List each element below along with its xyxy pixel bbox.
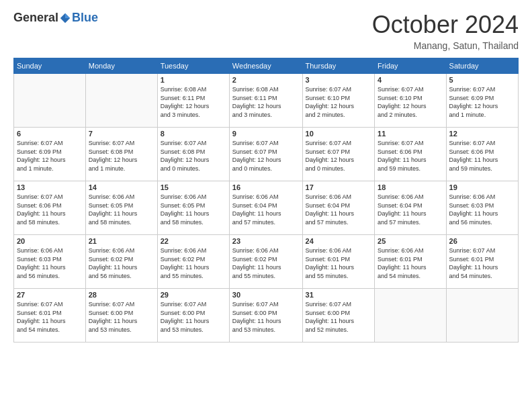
table-row: 5Sunrise: 6:07 AM Sunset: 6:09 PM Daylig… <box>446 74 518 128</box>
day-number: 7 <box>89 130 154 138</box>
table-row <box>85 74 157 128</box>
logo-icon <box>59 12 71 24</box>
day-number: 30 <box>232 291 300 299</box>
day-info: Sunrise: 6:07 AM Sunset: 6:10 PM Dayligh… <box>306 85 372 119</box>
day-info: Sunrise: 6:07 AM Sunset: 6:00 PM Dayligh… <box>232 300 300 334</box>
day-info: Sunrise: 6:06 AM Sunset: 6:05 PM Dayligh… <box>89 193 154 226</box>
page: General Blue October 2024 Manang, Satun,… <box>0 0 532 411</box>
table-row: 25Sunrise: 6:06 AM Sunset: 6:01 PM Dayli… <box>375 235 447 289</box>
table-row: 17Sunrise: 6:06 AM Sunset: 6:04 PM Dayli… <box>302 181 375 235</box>
table-row: 22Sunrise: 6:06 AM Sunset: 6:02 PM Dayli… <box>157 235 229 289</box>
day-info: Sunrise: 6:07 AM Sunset: 6:00 PM Dayligh… <box>161 300 226 334</box>
day-info: Sunrise: 6:06 AM Sunset: 6:03 PM Dayligh… <box>17 246 83 280</box>
day-info: Sunrise: 6:06 AM Sunset: 6:05 PM Dayligh… <box>161 193 226 226</box>
table-row: 13Sunrise: 6:07 AM Sunset: 6:06 PM Dayli… <box>14 181 86 235</box>
header: General Blue October 2024 Manang, Satun,… <box>13 11 519 51</box>
table-row: 7Sunrise: 6:07 AM Sunset: 6:08 PM Daylig… <box>85 128 157 181</box>
table-row: 24Sunrise: 6:06 AM Sunset: 6:01 PM Dayli… <box>302 235 375 289</box>
table-row: 3Sunrise: 6:07 AM Sunset: 6:10 PM Daylig… <box>302 74 375 128</box>
day-number: 4 <box>378 76 443 84</box>
day-number: 5 <box>449 76 515 84</box>
table-row: 4Sunrise: 6:07 AM Sunset: 6:10 PM Daylig… <box>375 74 447 128</box>
logo-general: General <box>13 11 58 25</box>
day-number: 18 <box>378 183 443 191</box>
day-number: 6 <box>17 130 83 138</box>
logo-blue: Blue <box>72 11 98 25</box>
day-info: Sunrise: 6:08 AM Sunset: 6:11 PM Dayligh… <box>232 85 300 119</box>
day-info: Sunrise: 6:07 AM Sunset: 6:08 PM Dayligh… <box>89 139 154 173</box>
day-number: 16 <box>232 183 300 191</box>
day-number: 9 <box>232 130 300 138</box>
table-row: 23Sunrise: 6:06 AM Sunset: 6:02 PM Dayli… <box>229 235 302 289</box>
day-info: Sunrise: 6:06 AM Sunset: 6:02 PM Dayligh… <box>161 246 226 280</box>
day-info: Sunrise: 6:07 AM Sunset: 6:07 PM Dayligh… <box>306 139 372 173</box>
table-row: 19Sunrise: 6:06 AM Sunset: 6:03 PM Dayli… <box>446 181 518 235</box>
day-info: Sunrise: 6:07 AM Sunset: 6:00 PM Dayligh… <box>306 300 372 334</box>
day-info: Sunrise: 6:06 AM Sunset: 6:03 PM Dayligh… <box>449 193 515 226</box>
day-info: Sunrise: 6:06 AM Sunset: 6:02 PM Dayligh… <box>89 246 154 280</box>
day-number: 31 <box>306 291 372 299</box>
day-number: 26 <box>449 237 515 245</box>
day-info: Sunrise: 6:07 AM Sunset: 6:09 PM Dayligh… <box>17 139 83 173</box>
day-number: 21 <box>89 237 154 245</box>
table-row: 1Sunrise: 6:08 AM Sunset: 6:11 PM Daylig… <box>157 74 229 128</box>
calendar-table: Sunday Monday Tuesday Wednesday Thursday… <box>13 58 519 342</box>
day-info: Sunrise: 6:07 AM Sunset: 6:06 PM Dayligh… <box>449 139 515 173</box>
table-row: 9Sunrise: 6:07 AM Sunset: 6:07 PM Daylig… <box>229 128 302 181</box>
day-number: 8 <box>161 130 226 138</box>
day-info: Sunrise: 6:07 AM Sunset: 6:00 PM Dayligh… <box>89 300 154 334</box>
table-row <box>14 74 86 128</box>
table-row: 28Sunrise: 6:07 AM Sunset: 6:00 PM Dayli… <box>85 289 157 342</box>
day-number: 13 <box>17 183 83 191</box>
day-number: 24 <box>306 237 372 245</box>
day-number: 14 <box>89 183 154 191</box>
table-row: 10Sunrise: 6:07 AM Sunset: 6:07 PM Dayli… <box>302 128 375 181</box>
day-info: Sunrise: 6:07 AM Sunset: 6:06 PM Dayligh… <box>378 139 443 173</box>
day-number: 27 <box>17 291 83 299</box>
day-info: Sunrise: 6:06 AM Sunset: 6:04 PM Dayligh… <box>306 193 372 226</box>
day-info: Sunrise: 6:07 AM Sunset: 6:07 PM Dayligh… <box>232 139 300 173</box>
table-row <box>446 289 518 342</box>
table-row: 15Sunrise: 6:06 AM Sunset: 6:05 PM Dayli… <box>157 181 229 235</box>
day-number: 11 <box>378 130 443 138</box>
header-friday: Friday <box>375 58 447 74</box>
day-info: Sunrise: 6:06 AM Sunset: 6:01 PM Dayligh… <box>306 246 372 280</box>
month-title: October 2024 <box>372 11 519 39</box>
day-info: Sunrise: 6:06 AM Sunset: 6:04 PM Dayligh… <box>232 193 300 226</box>
day-number: 3 <box>306 76 372 84</box>
day-info: Sunrise: 6:06 AM Sunset: 6:01 PM Dayligh… <box>378 246 443 280</box>
table-row: 27Sunrise: 6:07 AM Sunset: 6:01 PM Dayli… <box>14 289 86 342</box>
title-block: October 2024 Manang, Satun, Thailand <box>372 11 519 51</box>
day-info: Sunrise: 6:07 AM Sunset: 6:01 PM Dayligh… <box>449 246 515 280</box>
table-row: 8Sunrise: 6:07 AM Sunset: 6:08 PM Daylig… <box>157 128 229 181</box>
table-row: 2Sunrise: 6:08 AM Sunset: 6:11 PM Daylig… <box>229 74 302 128</box>
day-info: Sunrise: 6:07 AM Sunset: 6:10 PM Dayligh… <box>378 85 443 119</box>
table-row: 31Sunrise: 6:07 AM Sunset: 6:00 PM Dayli… <box>302 289 375 342</box>
day-number: 15 <box>161 183 226 191</box>
day-number: 19 <box>449 183 515 191</box>
table-row: 12Sunrise: 6:07 AM Sunset: 6:06 PM Dayli… <box>446 128 518 181</box>
day-number: 20 <box>17 237 83 245</box>
day-info: Sunrise: 6:07 AM Sunset: 6:01 PM Dayligh… <box>17 300 83 334</box>
weekday-header-row: Sunday Monday Tuesday Wednesday Thursday… <box>14 58 519 74</box>
day-number: 10 <box>306 130 372 138</box>
table-row: 21Sunrise: 6:06 AM Sunset: 6:02 PM Dayli… <box>85 235 157 289</box>
table-row: 16Sunrise: 6:06 AM Sunset: 6:04 PM Dayli… <box>229 181 302 235</box>
day-number: 28 <box>89 291 154 299</box>
day-info: Sunrise: 6:07 AM Sunset: 6:06 PM Dayligh… <box>17 193 83 226</box>
table-row: 18Sunrise: 6:06 AM Sunset: 6:04 PM Dayli… <box>375 181 447 235</box>
header-monday: Monday <box>85 58 157 74</box>
day-number: 25 <box>378 237 443 245</box>
table-row: 30Sunrise: 6:07 AM Sunset: 6:00 PM Dayli… <box>229 289 302 342</box>
header-thursday: Thursday <box>302 58 375 74</box>
day-info: Sunrise: 6:07 AM Sunset: 6:08 PM Dayligh… <box>161 139 226 173</box>
header-tuesday: Tuesday <box>157 58 229 74</box>
table-row: 29Sunrise: 6:07 AM Sunset: 6:00 PM Dayli… <box>157 289 229 342</box>
day-info: Sunrise: 6:08 AM Sunset: 6:11 PM Dayligh… <box>161 85 226 119</box>
day-number: 23 <box>232 237 300 245</box>
day-number: 22 <box>161 237 226 245</box>
day-number: 12 <box>449 130 515 138</box>
header-sunday: Sunday <box>14 58 86 74</box>
day-number: 17 <box>306 183 372 191</box>
day-info: Sunrise: 6:06 AM Sunset: 6:02 PM Dayligh… <box>232 246 300 280</box>
